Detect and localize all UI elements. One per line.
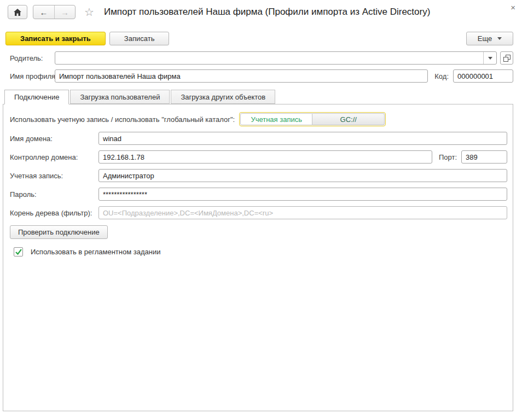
domain-name-row: Имя домена:	[10, 132, 507, 145]
open-window-icon	[503, 55, 511, 62]
favorite-star-icon[interactable]: ☆	[84, 7, 94, 18]
tab-other-objects-load[interactable]: Загрузка других объектов	[171, 90, 275, 104]
profile-name-label: Имя профиля:	[10, 72, 55, 80]
port-input[interactable]	[461, 150, 507, 164]
more-button-label: Еще	[478, 34, 492, 43]
password-label: Пароль:	[10, 190, 98, 199]
test-connection-button[interactable]: Проверить подключение	[10, 225, 108, 239]
parent-combo	[55, 51, 497, 65]
close-button[interactable]: ×	[511, 3, 515, 11]
auth-option-gc[interactable]: GC://	[312, 113, 385, 125]
domain-name-label: Имя домена:	[10, 135, 98, 143]
port-label: Порт:	[439, 153, 457, 161]
password-input[interactable]	[98, 188, 507, 201]
domain-controller-input[interactable]	[98, 150, 432, 164]
chevron-down-icon	[497, 37, 502, 40]
account-input[interactable]	[98, 169, 507, 182]
profile-name-row: Имя профиля: Код:	[0, 69, 522, 83]
code-input[interactable]	[453, 69, 513, 83]
forward-button[interactable]: →	[54, 5, 75, 19]
scheduled-job-checkbox[interactable]	[14, 247, 23, 256]
test-connection-row: Проверить подключение	[10, 225, 507, 239]
parent-label: Родитель:	[10, 54, 55, 62]
domain-controller-row: Контроллер домена: Порт:	[10, 150, 507, 164]
tab-bar: Подключение Загрузка пользователей Загру…	[0, 90, 522, 104]
auth-mode-label: Использовать учетную запись / использова…	[10, 115, 235, 124]
parent-open-button[interactable]	[500, 51, 513, 65]
save-and-close-button[interactable]: Записать и закрыть	[5, 32, 106, 45]
page-title: Импорт пользователей Наша фирма (Профили…	[104, 7, 430, 18]
parent-input[interactable]	[55, 51, 497, 65]
tree-root-row: Корень дерева (фильтр):	[10, 206, 507, 219]
home-icon	[14, 9, 21, 16]
account-row: Учетная запись:	[10, 169, 507, 182]
checkmark-icon	[15, 249, 22, 255]
profile-edit-window: ← → ☆ Импорт пользователей Наша фирма (П…	[0, 0, 522, 411]
back-button[interactable]: ←	[33, 5, 54, 19]
home-button[interactable]	[8, 5, 27, 19]
titlebar: ← → ☆ Импорт пользователей Наша фирма (П…	[0, 0, 522, 24]
password-row: Пароль:	[10, 188, 507, 201]
tab-connection[interactable]: Подключение	[4, 90, 69, 104]
code-label: Код:	[434, 72, 449, 80]
nav-button-group: ← →	[33, 5, 76, 19]
back-arrow-icon: ←	[40, 8, 48, 17]
account-label: Учетная запись:	[10, 172, 98, 180]
command-bar: Записать и закрыть Записать Еще	[0, 32, 522, 45]
auth-mode-toggle: Учетная запись GC://	[239, 112, 386, 126]
tree-root-label: Корень дерева (фильтр):	[10, 209, 98, 217]
auth-option-account[interactable]: Учетная запись	[240, 113, 312, 125]
save-button[interactable]: Записать	[109, 32, 170, 45]
auth-mode-row: Использовать учетную запись / использова…	[10, 112, 507, 126]
profile-name-input[interactable]	[55, 69, 428, 83]
scheduled-job-row: Использовать в регламентном задании	[10, 247, 507, 256]
domain-controller-label: Контроллер домена:	[10, 153, 98, 161]
tree-root-input[interactable]	[98, 206, 507, 219]
dropdown-arrow-icon	[488, 57, 492, 60]
tab-users-load[interactable]: Загрузка пользователей	[70, 90, 170, 104]
forward-arrow-icon: →	[61, 8, 69, 17]
parent-field-row: Родитель:	[0, 51, 522, 65]
parent-dropdown-button[interactable]	[483, 52, 496, 64]
connection-tab-panel: Использовать учетную запись / использова…	[3, 104, 513, 411]
scheduled-job-label[interactable]: Использовать в регламентном задании	[31, 248, 161, 256]
domain-name-input[interactable]	[98, 132, 507, 145]
more-button[interactable]: Еще	[466, 32, 513, 45]
